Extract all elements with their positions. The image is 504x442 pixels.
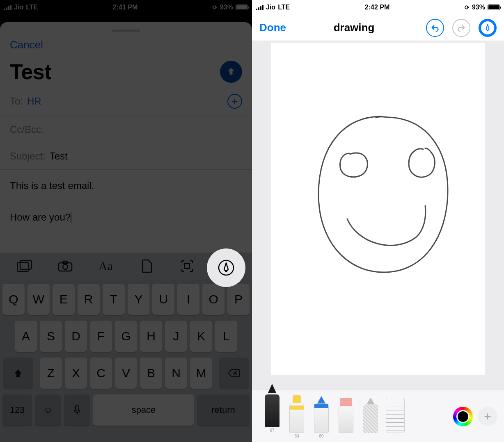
key-s[interactable]: S	[40, 321, 62, 352]
svg-rect-5	[185, 264, 190, 269]
key-g[interactable]: G	[115, 321, 137, 352]
markup-nav-bar: Done drawing	[252, 15, 504, 41]
battery-icon	[236, 5, 248, 10]
svg-point-3	[63, 264, 68, 269]
sheet-grabber[interactable]	[112, 30, 140, 32]
keyboard-row-3: ZXCVBNM	[2, 358, 250, 389]
ruler-tool[interactable]	[384, 398, 406, 439]
battery-icon	[488, 5, 500, 10]
key-h[interactable]: H	[140, 321, 162, 352]
marker-tool[interactable]: 80	[286, 395, 308, 439]
carrier-label: Jio	[266, 4, 275, 11]
key-e[interactable]: E	[53, 284, 75, 315]
cc-bcc-field[interactable]: Cc/Bcc:	[0, 116, 252, 143]
status-bar: Jio LTE 2:41 PM ⟳ 93%	[0, 0, 252, 15]
arrow-up-icon	[225, 66, 237, 77]
key-z[interactable]: Z	[40, 358, 62, 389]
key-f[interactable]: F	[90, 321, 112, 352]
pen-size-label: 97	[270, 428, 274, 433]
keyboard: QWERTYUIOP ASDFGHJKL ZXCVBNM 123 ☺ space…	[0, 280, 252, 442]
scan-document-icon[interactable]	[174, 256, 200, 276]
network-label: LTE	[278, 4, 290, 11]
compose-title: Test	[10, 59, 51, 84]
photos-icon[interactable]	[11, 256, 38, 276]
lasso-tool[interactable]	[360, 398, 382, 439]
battery-percent: 93%	[472, 4, 485, 11]
svg-rect-0	[17, 262, 29, 271]
key-t[interactable]: T	[103, 284, 125, 315]
camera-icon[interactable]	[52, 256, 78, 276]
keyboard-row-1: QWERTYUIOP	[2, 284, 250, 315]
current-color-swatch	[456, 410, 470, 423]
text-format-icon[interactable]: Aa	[93, 256, 119, 276]
key-k[interactable]: K	[190, 321, 212, 352]
svg-rect-6	[76, 405, 79, 411]
attach-file-icon[interactable]	[133, 256, 160, 276]
key-x[interactable]: X	[65, 358, 87, 389]
backspace-key[interactable]	[219, 358, 249, 389]
markup-toggle-button[interactable]	[479, 19, 497, 37]
add-recipient-button[interactable]: +	[227, 94, 242, 109]
key-q[interactable]: Q	[2, 284, 25, 315]
key-c[interactable]: C	[90, 358, 112, 389]
return-key[interactable]: return	[197, 394, 250, 426]
email-body[interactable]: This is a test email. How are you?	[0, 170, 252, 233]
done-button[interactable]: Done	[259, 21, 286, 34]
pencil-tool[interactable]: 80	[310, 396, 332, 439]
markup-button-highlighted[interactable]	[207, 248, 245, 287]
pen-tool[interactable]: 97	[261, 384, 283, 433]
subject-field[interactable]: Subject: Test	[0, 143, 252, 170]
svg-rect-1	[20, 260, 32, 269]
key-d[interactable]: D	[65, 321, 87, 352]
emoji-key[interactable]: ☺	[35, 394, 61, 426]
eraser-tool[interactable]	[335, 398, 357, 439]
marker-size-label: 80	[294, 434, 299, 439]
undo-icon	[431, 23, 440, 32]
key-i[interactable]: I	[177, 284, 199, 315]
key-b[interactable]: B	[140, 358, 162, 389]
network-label: LTE	[26, 4, 38, 11]
canvas-background	[252, 41, 504, 390]
key-w[interactable]: W	[27, 284, 50, 315]
numbers-key[interactable]: 123	[2, 394, 32, 426]
carrier-label: Jio	[14, 4, 23, 11]
key-n[interactable]: N	[165, 358, 187, 389]
smiley-drawing	[271, 43, 485, 375]
key-m[interactable]: M	[190, 358, 212, 389]
rotation-lock-icon: ⟳	[465, 4, 470, 11]
signal-icon	[4, 5, 11, 10]
key-p[interactable]: P	[227, 284, 250, 315]
shift-key[interactable]	[3, 358, 33, 389]
compose-sheet: Cancel Test To: HR + Cc/Bcc: Subject: Te…	[0, 22, 252, 442]
markup-pen-icon	[218, 260, 234, 276]
color-picker-button[interactable]	[453, 407, 473, 426]
key-l[interactable]: L	[215, 321, 237, 352]
key-r[interactable]: R	[78, 284, 100, 315]
text-cursor	[71, 212, 72, 223]
key-a[interactable]: A	[15, 321, 37, 352]
drawing-canvas[interactable]	[271, 43, 485, 375]
to-value: HR	[27, 96, 41, 107]
nav-title: drawing	[290, 21, 418, 34]
key-u[interactable]: U	[152, 284, 174, 315]
cancel-button[interactable]: Cancel	[0, 38, 252, 54]
key-y[interactable]: Y	[128, 284, 150, 315]
space-key[interactable]: space	[93, 394, 194, 426]
redo-button	[452, 19, 470, 37]
body-line-2: How are you?	[10, 212, 71, 223]
mail-compose-screen: Jio LTE 2:41 PM ⟳ 93% Cancel Test To: HR…	[0, 0, 252, 442]
key-j[interactable]: J	[165, 321, 187, 352]
add-shape-button[interactable]: +	[478, 407, 497, 426]
to-field[interactable]: To: HR +	[0, 87, 252, 116]
battery-percent: 93%	[220, 4, 233, 11]
to-label: To:	[10, 96, 23, 107]
key-o[interactable]: O	[202, 284, 225, 315]
send-button[interactable]	[220, 61, 242, 83]
dictation-key[interactable]	[64, 394, 90, 426]
body-line-1: This is a test email.	[10, 178, 242, 194]
key-v[interactable]: V	[115, 358, 137, 389]
subject-label: Subject:	[10, 150, 46, 162]
pen-tip-icon	[483, 23, 492, 32]
clock: 2:42 PM	[365, 4, 389, 11]
undo-button[interactable]	[426, 19, 444, 37]
